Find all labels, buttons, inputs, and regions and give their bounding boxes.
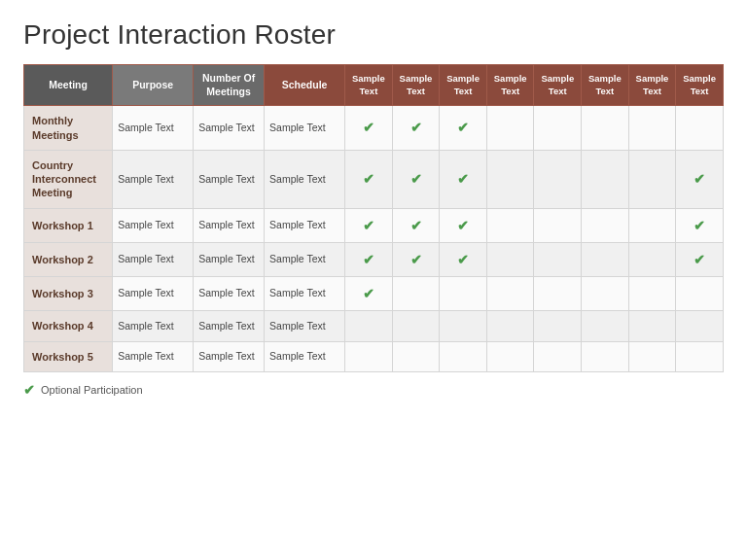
cell-meeting-6: Workshop 5 (24, 341, 113, 371)
cell-check-5-7 (676, 311, 724, 341)
footer-note: ✔ Optional Participation (23, 382, 724, 398)
cell-meeting-0: Monthly Meetings (24, 106, 113, 151)
cell-check-3-5 (582, 242, 629, 276)
cell-num-1: Sample Text (194, 150, 265, 208)
cell-check-6-1 (392, 341, 440, 371)
cell-check-3-7: ✔ (676, 242, 724, 276)
table-header-cell-10: Sample Text (628, 65, 676, 106)
check-icon: ✔ (457, 170, 469, 188)
cell-check-6-2 (440, 341, 487, 371)
cell-check-0-3 (486, 106, 534, 151)
cell-purpose-2: Sample Text (113, 208, 194, 242)
table-header-cell-11: Sample Text (676, 65, 724, 106)
cell-check-3-3 (486, 242, 534, 276)
table-header-cell-3: Schedule (265, 65, 345, 106)
cell-schedule-4: Sample Text (265, 277, 345, 311)
cell-check-2-1: ✔ (392, 208, 440, 242)
cell-check-3-2: ✔ (440, 242, 487, 276)
cell-check-6-5 (582, 341, 629, 371)
cell-check-1-3 (486, 150, 534, 208)
cell-num-0: Sample Text (194, 106, 265, 151)
cell-check-2-7: ✔ (676, 208, 724, 242)
cell-check-6-0 (345, 341, 393, 371)
cell-check-4-3 (486, 277, 534, 311)
cell-num-6: Sample Text (194, 341, 265, 371)
cell-check-6-6 (628, 341, 676, 371)
cell-meeting-3: Workshop 2 (24, 242, 113, 276)
cell-check-2-0: ✔ (345, 208, 393, 242)
cell-meeting-4: Workshop 3 (24, 277, 113, 311)
table-header-cell-1: Purpose (113, 65, 194, 106)
cell-meeting-5: Workshop 4 (24, 311, 113, 341)
cell-check-3-4 (534, 242, 582, 276)
table-row: Workshop 4Sample TextSample TextSample T… (24, 311, 724, 341)
cell-check-1-1: ✔ (392, 150, 440, 208)
cell-check-0-0: ✔ (345, 106, 393, 151)
check-icon: ✔ (410, 119, 422, 136)
footer-text: Optional Participation (41, 384, 143, 396)
page-container: Project Interaction Roster MeetingPurpos… (0, 0, 747, 560)
table-header-cell-9: Sample Text (582, 65, 629, 106)
cell-check-0-6 (628, 106, 676, 151)
cell-meeting-2: Workshop 1 (24, 208, 113, 242)
check-icon: ✔ (457, 119, 469, 136)
table-header-cell-8: Sample Text (534, 65, 582, 106)
cell-check-4-1 (392, 277, 440, 311)
cell-check-4-0: ✔ (345, 277, 393, 311)
table-header-row: MeetingPurposeNumber Of MeetingsSchedule… (24, 65, 724, 106)
check-icon: ✔ (363, 119, 374, 136)
table-header-cell-0: Meeting (24, 65, 113, 106)
table-row: Workshop 5Sample TextSample TextSample T… (24, 341, 724, 371)
cell-check-6-4 (534, 341, 582, 371)
cell-check-4-7 (676, 277, 724, 311)
table-header-cell-6: Sample Text (440, 65, 487, 106)
cell-check-2-5 (582, 208, 629, 242)
cell-purpose-0: Sample Text (113, 106, 194, 151)
cell-num-5: Sample Text (194, 311, 265, 341)
check-icon: ✔ (457, 251, 469, 268)
check-icon: ✔ (457, 217, 469, 234)
cell-check-1-0: ✔ (345, 150, 393, 208)
cell-schedule-5: Sample Text (265, 311, 345, 341)
cell-check-5-1 (392, 311, 440, 341)
cell-check-4-4 (534, 277, 582, 311)
cell-purpose-6: Sample Text (113, 341, 194, 371)
cell-num-4: Sample Text (194, 277, 265, 311)
cell-check-0-5 (582, 106, 629, 151)
check-icon: ✔ (410, 251, 422, 268)
cell-check-4-6 (628, 277, 676, 311)
cell-purpose-5: Sample Text (113, 311, 194, 341)
cell-schedule-1: Sample Text (265, 150, 345, 208)
cell-check-5-3 (486, 311, 534, 341)
cell-purpose-4: Sample Text (113, 277, 194, 311)
roster-table: MeetingPurposeNumber Of MeetingsSchedule… (23, 64, 724, 372)
cell-check-6-7 (676, 341, 724, 371)
check-icon: ✔ (694, 251, 705, 268)
table-header-cell-4: Sample Text (345, 65, 393, 106)
table-row: Monthly MeetingsSample TextSample TextSa… (24, 106, 724, 151)
table-row: Workshop 2Sample TextSample TextSample T… (24, 242, 724, 276)
table-header-cell-5: Sample Text (392, 65, 440, 106)
cell-meeting-1: Country Interconnect Meeting (24, 150, 113, 208)
cell-check-2-2: ✔ (440, 208, 487, 242)
cell-schedule-3: Sample Text (265, 242, 345, 276)
cell-check-1-4 (534, 150, 582, 208)
footer-check-icon: ✔ (23, 382, 35, 398)
cell-check-0-2: ✔ (440, 106, 487, 151)
cell-schedule-2: Sample Text (265, 208, 345, 242)
cell-check-1-7: ✔ (676, 150, 724, 208)
cell-purpose-3: Sample Text (113, 242, 194, 276)
cell-check-5-2 (440, 311, 487, 341)
table-row: Country Interconnect MeetingSample TextS… (24, 150, 724, 208)
cell-check-1-5 (582, 150, 629, 208)
cell-check-6-3 (486, 341, 534, 371)
cell-check-2-3 (486, 208, 534, 242)
cell-check-3-6 (628, 242, 676, 276)
table-row: Workshop 1Sample TextSample TextSample T… (24, 208, 724, 242)
cell-schedule-0: Sample Text (265, 106, 345, 151)
check-icon: ✔ (363, 285, 374, 302)
cell-check-4-5 (582, 277, 629, 311)
cell-check-2-4 (534, 208, 582, 242)
cell-check-5-5 (582, 311, 629, 341)
table-header-cell-2: Number Of Meetings (194, 65, 265, 106)
